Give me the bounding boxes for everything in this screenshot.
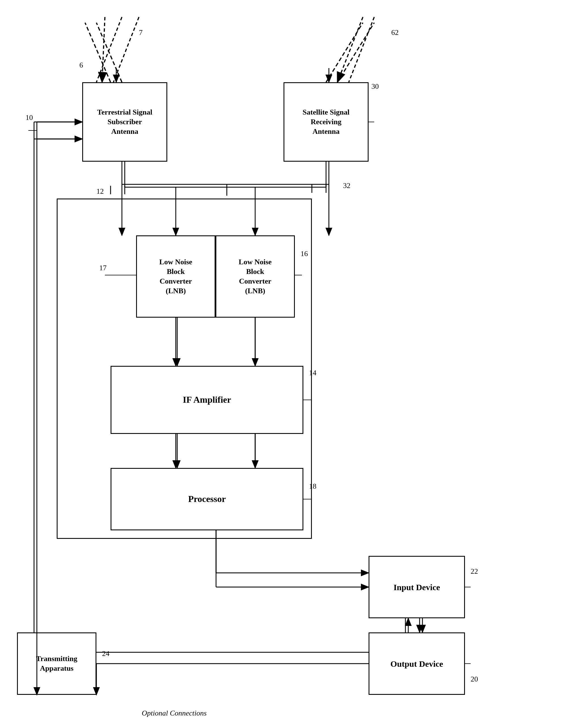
svg-line-4: [96, 17, 122, 82]
svg-line-34: [85, 23, 111, 82]
label-16: 16: [301, 249, 308, 258]
lnb-right-box: Low Noise Block Converter (LNB): [216, 235, 295, 318]
label-20: 20: [471, 675, 478, 684]
label-18: 18: [309, 482, 316, 491]
label-22: 22: [471, 567, 478, 576]
satellite-antenna-box: Satellite Signal Receiving Antenna: [283, 82, 368, 162]
svg-line-35: [96, 23, 122, 82]
terrestrial-antenna-box: Terrestrial Signal Subscriber Antenna: [82, 82, 167, 162]
label-10: 10: [25, 113, 33, 122]
label-17: 17: [99, 264, 107, 272]
output-device-box: Output Device: [368, 632, 465, 695]
label-30: 30: [371, 82, 379, 91]
svg-line-5: [113, 17, 139, 82]
label-12: 12: [96, 187, 104, 196]
processor-box: Processor: [111, 468, 303, 530]
svg-line-37: [326, 23, 363, 82]
svg-line-38: [337, 23, 374, 82]
svg-line-7: [349, 17, 374, 82]
label-32: 32: [343, 182, 350, 190]
transmitting-apparatus-box: Transmitting Apparatus: [17, 632, 96, 695]
diagram: Terrestrial Signal Subscriber Antenna Sa…: [0, 0, 571, 728]
optional-connections-label: Optional Connections: [142, 709, 207, 718]
label-7: 7: [139, 28, 143, 37]
label-6: 6: [79, 61, 83, 70]
lnb-left-box: Low Noise Block Converter (LNB): [136, 235, 216, 318]
if-amplifier-box: IF Amplifier: [111, 366, 303, 434]
label-14: 14: [309, 369, 316, 377]
label-62: 62: [391, 28, 398, 37]
svg-line-8: [337, 17, 363, 82]
label-24: 24: [102, 649, 109, 658]
input-device-box: Input Device: [368, 556, 465, 618]
svg-line-6: [102, 17, 105, 82]
